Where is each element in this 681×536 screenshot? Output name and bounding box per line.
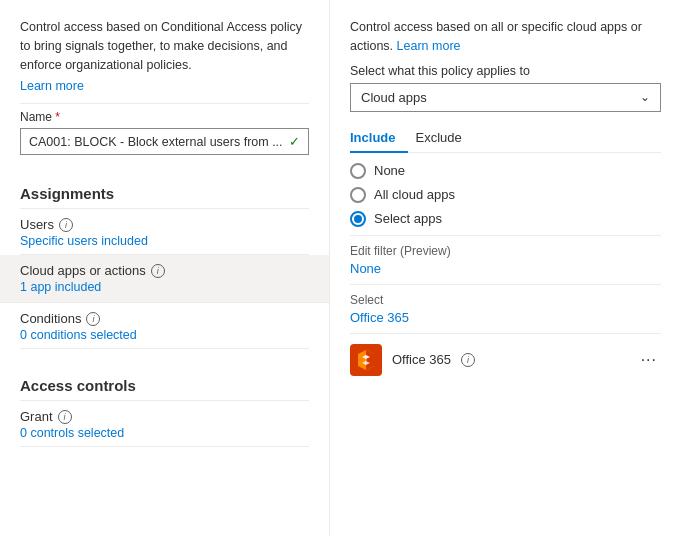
dropdown-arrow-icon: ⌄ [640,90,650,104]
app-info-icon[interactable]: i [461,353,475,367]
radio-none-button[interactable] [350,163,366,179]
access-controls-section: Access controls Grant i 0 controls selec… [20,359,309,447]
radio-select-button[interactable] [350,211,366,227]
left-learn-more-link[interactable]: Learn more [20,79,84,93]
cloud-apps-dropdown[interactable]: Cloud apps ⌄ [350,83,661,112]
edit-filter-section: Edit filter (Preview) None [350,244,661,276]
right-description: Control access based on all or specific … [350,18,661,56]
conditions-section: Conditions i 0 conditions selected [20,303,309,349]
conditions-value[interactable]: 0 conditions selected [20,328,309,342]
checkmark-icon: ✓ [289,134,300,149]
assignments-title: Assignments [20,185,309,202]
left-description: Control access based on Conditional Acce… [20,18,309,74]
radio-all-label: All cloud apps [374,187,455,202]
applies-to-label: Select what this policy applies to [350,64,661,78]
name-input-text: CA001: BLOCK - Block external users from… [29,135,285,149]
name-label: Name * [20,110,309,124]
app-ellipsis-button[interactable]: ··· [637,349,661,371]
cloud-apps-section: Cloud apps or actions i 1 app included [0,255,329,303]
radio-select-apps[interactable]: Select apps [350,211,661,227]
users-header: Users i [20,217,309,232]
access-controls-title-section: Access controls [20,359,309,401]
conditions-label: Conditions [20,311,81,326]
conditions-info-icon[interactable]: i [86,312,100,326]
radio-select-label: Select apps [374,211,442,226]
cloud-apps-value[interactable]: 1 app included [20,280,309,294]
include-exclude-tabs: Include Exclude [350,124,661,153]
access-controls-title: Access controls [20,377,309,394]
conditions-header: Conditions i [20,311,309,326]
tab-include[interactable]: Include [350,124,408,153]
required-star: * [55,110,60,124]
grant-info-icon[interactable]: i [58,410,72,424]
app-name-text: Office 365 [392,352,451,367]
users-value[interactable]: Specific users included [20,234,309,248]
users-info-icon[interactable]: i [59,218,73,232]
select-value-link[interactable]: Office 365 [350,310,409,325]
radio-none-label: None [374,163,405,178]
radio-group: None All cloud apps Select apps [350,163,661,227]
app-name-row: Office 365 i ··· [392,349,661,371]
right-panel: Control access based on all or specific … [330,0,681,536]
radio-none[interactable]: None [350,163,661,179]
radio-all-cloud-apps[interactable]: All cloud apps [350,187,661,203]
grant-value[interactable]: 0 controls selected [20,426,309,440]
radio-select-inner [354,215,362,223]
cloud-apps-header: Cloud apps or actions i [20,263,309,278]
grant-label: Grant [20,409,53,424]
name-input-box[interactable]: CA001: BLOCK - Block external users from… [20,128,309,155]
office365-icon [350,344,382,376]
grant-header: Grant i [20,409,309,424]
radio-all-button[interactable] [350,187,366,203]
cloud-apps-label: Cloud apps or actions [20,263,146,278]
right-learn-more-link[interactable]: Learn more [397,39,461,53]
office365-app-row: Office 365 i ··· [350,333,661,382]
users-label: Users [20,217,54,232]
tab-exclude[interactable]: Exclude [416,124,474,153]
left-panel: Control access based on Conditional Acce… [0,0,330,536]
edit-filter-label: Edit filter (Preview) [350,244,661,258]
cloud-apps-info-icon[interactable]: i [151,264,165,278]
grant-section: Grant i 0 controls selected [20,401,309,447]
dropdown-value: Cloud apps [361,90,427,105]
users-section: Users i Specific users included [20,209,309,255]
assignments-section: Assignments [20,167,309,209]
select-section: Select Office 365 [350,293,661,325]
edit-filter-value: None [350,261,661,276]
select-label: Select [350,293,661,307]
